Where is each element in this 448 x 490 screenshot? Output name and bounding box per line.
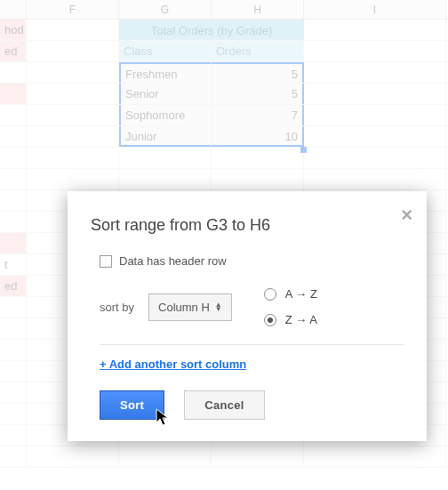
cell[interactable] xyxy=(304,169,446,189)
cell[interactable] xyxy=(27,20,119,40)
cell[interactable] xyxy=(27,446,119,467)
cell[interactable] xyxy=(0,148,27,168)
table-header-class[interactable]: Class xyxy=(119,41,212,61)
table-row[interactable]: 5 xyxy=(212,84,304,104)
cell[interactable] xyxy=(212,169,304,189)
cell[interactable] xyxy=(0,84,27,104)
cell[interactable] xyxy=(0,126,27,147)
cell[interactable] xyxy=(212,148,304,168)
table-row[interactable]: Freshmen xyxy=(119,62,212,83)
cell[interactable] xyxy=(0,190,27,211)
table-title[interactable]: Total Orders (by Grade) xyxy=(119,20,304,40)
sort-range-dialog: × Sort range from G3 to H6 Data has head… xyxy=(68,191,427,441)
cell[interactable] xyxy=(27,41,119,61)
cell[interactable] xyxy=(304,20,446,40)
cancel-button[interactable]: Cancel xyxy=(184,390,264,420)
close-icon[interactable]: × xyxy=(401,204,412,227)
cell[interactable] xyxy=(27,105,119,125)
col-header-G[interactable]: G xyxy=(119,0,212,19)
add-sort-column-link[interactable]: + Add another sort column xyxy=(100,357,246,371)
sort-asc-radio[interactable] xyxy=(264,288,276,301)
sort-button[interactable]: Sort xyxy=(100,390,164,420)
cell[interactable] xyxy=(27,148,119,168)
cell[interactable] xyxy=(304,41,446,61)
sort-column-select[interactable]: Column H ▲▼ xyxy=(148,293,232,321)
cell[interactable] xyxy=(0,212,27,232)
sort-desc-radio[interactable] xyxy=(264,314,276,326)
table-row[interactable]: 5 xyxy=(212,62,304,83)
cell[interactable]: ed xyxy=(0,276,27,296)
table-row[interactable]: 7 xyxy=(212,105,304,125)
sort-column-value: Column H xyxy=(158,301,210,314)
sort-by-label: sort by xyxy=(100,301,134,314)
select-arrows-icon: ▲▼ xyxy=(215,302,222,311)
cell[interactable] xyxy=(27,126,119,147)
cell[interactable] xyxy=(119,148,212,168)
cell[interactable] xyxy=(304,105,446,125)
cell[interactable] xyxy=(0,105,27,125)
cell[interactable]: hod xyxy=(0,20,27,40)
table-row[interactable]: Sophomore xyxy=(119,105,212,125)
cell[interactable] xyxy=(0,340,27,360)
cell[interactable]: t xyxy=(0,254,27,275)
cell[interactable] xyxy=(0,62,27,83)
cell[interactable] xyxy=(304,62,446,83)
table-row[interactable]: Junior xyxy=(119,126,212,147)
col-header-I[interactable]: I xyxy=(304,0,446,19)
dialog-title: Sort range from G3 to H6 xyxy=(91,216,404,235)
table-row[interactable]: Senior xyxy=(119,84,212,104)
selection-handle[interactable] xyxy=(300,147,307,153)
cell[interactable] xyxy=(304,126,446,147)
cell[interactable] xyxy=(0,169,27,189)
cell[interactable] xyxy=(119,446,212,467)
cell[interactable] xyxy=(304,148,446,168)
col-header-E[interactable] xyxy=(0,0,27,19)
header-row-label: Data has header row xyxy=(119,254,227,268)
cell[interactable] xyxy=(0,297,27,317)
cell[interactable] xyxy=(27,169,119,189)
cell[interactable] xyxy=(0,425,27,446)
cell[interactable] xyxy=(27,62,119,83)
cell[interactable] xyxy=(304,446,446,467)
table-header-orders[interactable]: Orders xyxy=(212,41,304,61)
cell[interactable] xyxy=(0,446,27,467)
cell[interactable] xyxy=(0,404,27,424)
col-header-H[interactable]: H xyxy=(212,0,304,19)
cell[interactable]: ed xyxy=(0,41,27,61)
cell[interactable] xyxy=(0,233,27,253)
cell[interactable] xyxy=(212,446,304,467)
col-header-F[interactable]: F xyxy=(27,0,119,19)
column-headers: F G H I xyxy=(0,0,448,20)
divider xyxy=(100,344,404,345)
cell[interactable] xyxy=(304,84,446,104)
cell[interactable] xyxy=(0,382,27,403)
sort-desc-label: Z → A xyxy=(285,313,317,326)
header-row-checkbox[interactable] xyxy=(100,255,112,268)
sort-asc-label: A → Z xyxy=(285,287,317,301)
cell[interactable] xyxy=(0,361,27,382)
cell[interactable] xyxy=(0,318,27,339)
cell[interactable] xyxy=(119,169,212,189)
table-row[interactable]: 10 xyxy=(212,126,304,147)
cell[interactable] xyxy=(27,84,119,104)
